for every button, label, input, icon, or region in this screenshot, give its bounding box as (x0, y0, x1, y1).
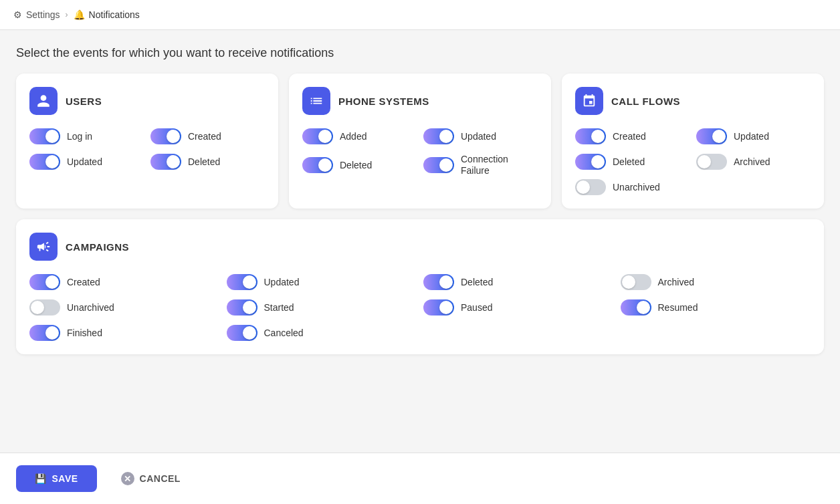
page-title: Select the events for which you want to … (16, 46, 824, 60)
users-card: USERS Log in (16, 74, 278, 209)
campaigns-icon (29, 233, 58, 261)
toggle-item-users-deleted: Deleted (150, 154, 265, 170)
toggle-item-camp-deleted: Deleted (423, 274, 614, 290)
toggle-camp-canceled[interactable] (227, 325, 257, 341)
phone-systems-card-header: PHONE SYSTEMS (302, 87, 538, 115)
toggle-login-label: Log in (67, 131, 92, 142)
toggle-item-camp-started: Started (227, 299, 417, 316)
toggle-item-camp-updated: Updated (227, 274, 417, 290)
toggle-users-deleted[interactable] (150, 154, 181, 170)
save-button[interactable]: 💾 SAVE (16, 465, 97, 492)
toggle-camp-created-label: Created (67, 277, 100, 287)
bottom-bar: 💾 SAVE ✕ CANCEL (0, 453, 840, 504)
phone-systems-icon (302, 87, 330, 115)
toggle-camp-unarchived-label: Unarchived (67, 302, 114, 313)
toggle-cf-updated[interactable] (696, 128, 727, 144)
toggle-item-camp-unarchived: Unarchived (29, 299, 220, 316)
main-content: Select the events for which you want to … (0, 30, 840, 453)
toggle-cf-archived[interactable] (696, 154, 727, 170)
phone-systems-card: PHONE SYSTEMS Added (289, 74, 551, 209)
toggle-item-cf-created: Created (575, 128, 690, 144)
toggle-cf-updated-label: Updated (734, 131, 769, 142)
toggle-cf-archived-label: Archived (734, 156, 770, 167)
toggle-item-camp-created: Created (29, 274, 220, 290)
toggle-item-users-created: Created (150, 128, 265, 144)
toggle-camp-archived[interactable] (621, 274, 651, 290)
users-icon (29, 87, 58, 115)
users-card-header: USERS (29, 87, 265, 115)
toggle-camp-updated-label: Updated (264, 277, 300, 287)
toggle-ps-added[interactable] (302, 128, 333, 144)
toggle-camp-started[interactable] (227, 299, 257, 316)
bell-icon: 🔔 (74, 9, 85, 20)
campaigns-toggles-grid: Created Updated Deleted (29, 274, 811, 341)
toggle-ps-deleted[interactable] (302, 157, 333, 173)
toggle-cf-unarchived[interactable] (575, 179, 606, 195)
toggle-item-ps-updated: Updated (423, 128, 538, 144)
toggle-ps-connection-failure[interactable] (423, 157, 454, 173)
cancel-icon: ✕ (121, 472, 134, 485)
toggle-camp-paused[interactable] (423, 299, 454, 316)
toggle-ps-added-label: Added (340, 131, 366, 142)
toggle-item-cf-deleted: Deleted (575, 154, 690, 170)
toggle-item-camp-paused: Paused (423, 299, 614, 316)
toggle-camp-archived-label: Archived (658, 277, 694, 287)
toggle-item-cf-unarchived: Unarchived (575, 179, 690, 195)
toggle-users-deleted-label: Deleted (188, 156, 220, 167)
toggle-item-cf-archived: Archived (696, 154, 811, 170)
campaigns-card-title: CAMPAIGNS (66, 241, 129, 253)
toggle-camp-unarchived[interactable] (29, 299, 60, 316)
toggle-camp-paused-label: Paused (461, 302, 492, 313)
toggle-item-camp-finished: Finished (29, 325, 220, 341)
cancel-button[interactable]: ✕ CANCEL (108, 464, 194, 493)
toggle-camp-started-label: Started (264, 302, 294, 313)
call-flows-card-header: CALL FLOWS (575, 87, 811, 115)
toggle-item-ps-added: Added (302, 128, 417, 144)
save-label: SAVE (52, 473, 78, 484)
toggle-cf-created[interactable] (575, 128, 606, 144)
breadcrumb-settings-label: Settings (26, 9, 60, 20)
toggle-camp-deleted[interactable] (423, 274, 454, 290)
call-flows-icon (575, 87, 603, 115)
toggle-users-created-label: Created (188, 131, 221, 142)
campaigns-card: CAMPAIGNS Created Updated (16, 219, 824, 354)
toggle-camp-deleted-label: Deleted (461, 277, 493, 287)
toggle-ps-connection-failure-label: ConnectionFailure (461, 154, 508, 176)
toggle-cf-unarchived-label: Unarchived (613, 182, 660, 193)
toggle-login[interactable] (29, 128, 60, 144)
toggle-camp-updated[interactable] (227, 274, 257, 290)
toggle-ps-deleted-label: Deleted (340, 160, 372, 170)
toggle-item-cf-updated: Updated (696, 128, 811, 144)
toggle-camp-canceled-label: Canceled (264, 328, 304, 338)
call-flows-toggles-grid: Created Updated De (575, 128, 811, 195)
phone-systems-card-title: PHONE SYSTEMS (338, 96, 429, 107)
toggle-users-created[interactable] (150, 128, 181, 144)
call-flows-card: CALL FLOWS Created (562, 74, 824, 209)
toggle-cf-deleted-label: Deleted (613, 156, 645, 167)
users-card-title: USERS (66, 96, 102, 107)
toggle-item-camp-resumed: Resumed (621, 299, 811, 316)
toggle-item-users-updated: Updated (29, 154, 144, 170)
gear-icon: ⚙ (13, 9, 22, 20)
toggle-users-updated-label: Updated (67, 156, 102, 167)
toggle-item-ps-deleted: Deleted (302, 154, 417, 176)
toggle-camp-created[interactable] (29, 274, 60, 290)
users-toggles-grid: Log in Created Upd (29, 128, 265, 170)
cancel-label: CANCEL (140, 473, 181, 484)
toggle-users-updated[interactable] (29, 154, 60, 170)
toggle-cf-deleted[interactable] (575, 154, 606, 170)
breadcrumb: ⚙ Settings › 🔔 Notifications (0, 0, 840, 30)
breadcrumb-separator: › (66, 10, 68, 19)
toggle-cf-created-label: Created (613, 131, 646, 142)
breadcrumb-notifications[interactable]: 🔔 Notifications (74, 9, 140, 20)
breadcrumb-settings[interactable]: ⚙ Settings (13, 9, 60, 20)
toggle-ps-updated[interactable] (423, 128, 454, 144)
toggle-camp-finished-label: Finished (67, 328, 102, 338)
toggle-camp-finished[interactable] (29, 325, 60, 341)
toggle-item-camp-canceled: Canceled (227, 325, 417, 341)
phone-systems-toggles-grid: Added Updated Dele (302, 128, 538, 176)
toggle-camp-resumed[interactable] (621, 299, 651, 316)
toggle-ps-updated-label: Updated (461, 131, 496, 142)
save-icon: 💾 (35, 473, 47, 484)
breadcrumb-notifications-label: Notifications (89, 9, 140, 20)
